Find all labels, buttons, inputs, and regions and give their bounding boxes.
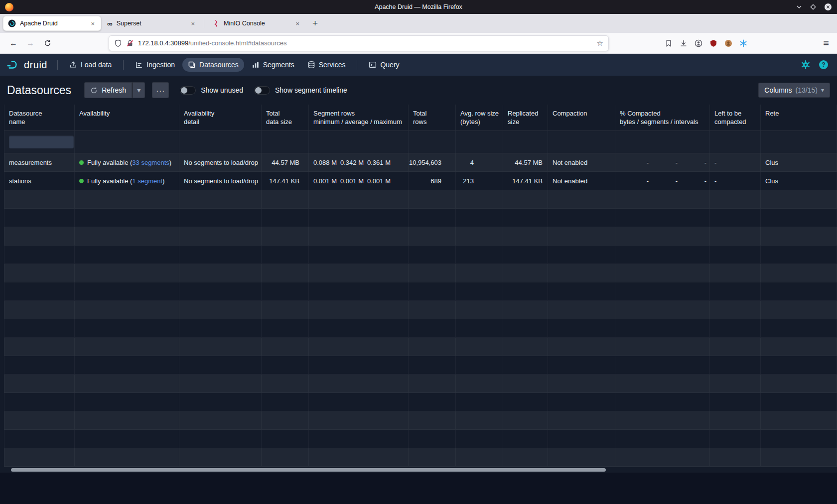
table-cell-empty [409, 227, 456, 245]
segments-link[interactable]: 33 segments [132, 159, 169, 166]
tab-close-icon[interactable]: × [294, 20, 301, 27]
show-timeline-toggle[interactable] [254, 86, 270, 95]
table-cell-empty [179, 393, 262, 411]
druid-logo[interactable]: druid [7, 59, 47, 71]
druid-favicon [8, 19, 16, 27]
downloads-icon[interactable] [680, 39, 688, 47]
show-unused-toggle[interactable] [180, 86, 196, 95]
columns-button[interactable]: Columns (13/15) ▾ [758, 83, 830, 98]
table-cell-empty [179, 282, 262, 300]
account-icon[interactable] [695, 39, 702, 47]
availability-dot [79, 160, 84, 165]
table-cell-empty [503, 209, 548, 227]
tab-label: MinIO Console [224, 20, 290, 27]
table-cell-empty [456, 430, 503, 448]
window-close-icon[interactable] [824, 3, 832, 11]
col-header-availability[interactable]: Availability [75, 105, 179, 130]
table-cell-empty [503, 448, 548, 466]
horizontal-scrollbar[interactable] [4, 467, 837, 473]
table-cell-empty [309, 356, 409, 374]
scrollbar-thumb[interactable] [11, 468, 606, 472]
table-cell-empty [75, 375, 179, 392]
refresh-button[interactable]: Refresh [84, 82, 132, 98]
table-cell-empty [409, 282, 456, 300]
insecure-lock-icon[interactable] [126, 39, 134, 47]
col-header-replicated-size[interactable]: Replicatedsize [503, 105, 548, 130]
col-header-pct-compacted[interactable]: % Compactedbytes / segments / intervals [615, 105, 710, 130]
col-header-retention[interactable]: Rete [761, 105, 837, 130]
segments-link[interactable]: 1 segment [132, 177, 162, 185]
refresh-dropdown-button[interactable]: ▾ [132, 82, 145, 98]
table-cell-empty [75, 209, 179, 227]
table-cell-empty [75, 190, 179, 208]
col-header-compaction[interactable]: Compaction [548, 105, 615, 130]
col-header-availability-detail[interactable]: Availabilitydetail [179, 105, 262, 130]
cell-availability-detail: No segments to load/drop [179, 153, 262, 171]
table-cell-empty [615, 227, 710, 245]
table-cell-empty [503, 282, 548, 300]
pocket-icon[interactable] [665, 39, 673, 47]
more-actions-button[interactable]: ··· [152, 82, 169, 98]
nav-load-data[interactable]: Load data [64, 58, 117, 72]
tab-apache-druid[interactable]: Apache Druid × [3, 16, 101, 31]
tab-minio-console[interactable]: MinIO Console × [207, 16, 305, 31]
col-header-datasource-name[interactable]: Datasourcename [4, 105, 75, 130]
ublock-icon[interactable] [709, 39, 717, 47]
tracking-protection-icon[interactable] [114, 39, 122, 47]
settings-gear-icon[interactable] [801, 60, 810, 69]
nav-segments[interactable]: Segments [246, 58, 300, 72]
avatar-extension-icon[interactable] [724, 39, 732, 47]
forward-button[interactable]: → [23, 36, 38, 51]
table-cell-empty [710, 375, 761, 392]
table-cell-empty [75, 448, 179, 466]
table-cell-empty [309, 338, 409, 356]
help-icon[interactable]: ? [819, 60, 828, 69]
window-minimize-icon[interactable] [796, 4, 802, 10]
table-cell-empty [503, 301, 548, 319]
table-cell-empty [456, 356, 503, 374]
col-header-segment-rows[interactable]: Segment rowsminimum / average / maximum [309, 105, 409, 130]
table-cell-empty [262, 301, 309, 319]
table-cell-empty [262, 190, 309, 208]
new-tab-button[interactable]: + [307, 18, 323, 29]
nav-query[interactable]: Query [363, 58, 405, 72]
menu-button[interactable]: ≡ [823, 37, 831, 49]
table-cell-empty [615, 190, 710, 208]
tab-superset[interactable]: ∞ Superset × [103, 16, 201, 31]
bookmark-star-icon[interactable]: ☆ [597, 39, 603, 48]
col-header-avg-row-size[interactable]: Avg. row size(bytes) [456, 105, 503, 130]
tab-close-icon[interactable]: × [89, 20, 96, 27]
datasource-filter-input[interactable] [9, 135, 74, 148]
cell-compaction: Not enabled [548, 172, 615, 190]
table-cell-empty [4, 282, 75, 300]
table-cell-empty [503, 264, 548, 282]
col-header-left-to-be-compacted[interactable]: Left to becompacted [710, 105, 761, 130]
table-cell-empty [179, 209, 262, 227]
table-cell-empty [309, 375, 409, 392]
url-text: 172.18.0.4:30899/unified-console.html#da… [138, 39, 593, 47]
table-cell-empty [710, 338, 761, 356]
nav-ingestion[interactable]: Ingestion [130, 58, 180, 72]
col-header-total-data-size[interactable]: Totaldata size [262, 105, 309, 130]
window-maximize-icon[interactable] [810, 3, 817, 10]
table-cell-empty [4, 393, 75, 411]
table-cell-empty [409, 209, 456, 227]
back-button[interactable]: ← [6, 36, 21, 51]
asterisk-extension-icon[interactable] [739, 39, 747, 47]
table-cell-empty [179, 319, 262, 337]
table-cell-empty [409, 448, 456, 466]
table-row-empty [4, 393, 837, 411]
table-cell-empty [503, 393, 548, 411]
url-bar[interactable]: 172.18.0.4:30899/unified-console.html#da… [109, 35, 609, 51]
table-cell-empty [179, 448, 262, 466]
reload-button[interactable] [40, 36, 55, 51]
table-cell-empty [179, 411, 262, 429]
url-host: 172.18.0.4:30899 [138, 39, 188, 47]
nav-services[interactable]: Services [302, 58, 351, 72]
tab-close-icon[interactable]: × [189, 20, 196, 27]
col-header-total-rows[interactable]: Totalrows [409, 105, 456, 130]
table-cell-empty [262, 282, 309, 300]
table-cell-empty [309, 209, 409, 227]
nav-datasources[interactable]: Datasources [182, 58, 244, 72]
table-cell-empty [75, 301, 179, 319]
